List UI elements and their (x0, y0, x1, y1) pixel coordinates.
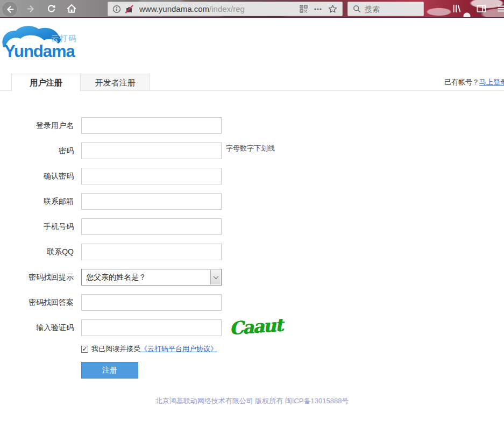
plugin-blocked-icon[interactable] (125, 5, 134, 13)
back-arrow-icon (5, 5, 15, 14)
yundama-logo[interactable]: Yundama 云打码 (1, 25, 95, 61)
email-label: 联系邮箱 (0, 197, 74, 206)
captcha-image[interactable]: Caaut (229, 315, 283, 339)
brand-cn-text: 云打码 (51, 34, 77, 44)
form-row-security-question: 密码找回提示 您父亲的姓名是？ (0, 269, 504, 286)
url-text: www.yundama.com/index/reg (139, 4, 245, 13)
browser-toolbar: www.yundama.com/index/reg (0, 0, 504, 18)
sidebar-toggle-icon[interactable] (475, 3, 487, 15)
qq-input[interactable] (81, 244, 222, 260)
username-input[interactable] (81, 117, 222, 134)
search-input[interactable] (365, 5, 416, 13)
username-label: 登录用户名 (0, 121, 74, 131)
confirm-password-input[interactable] (81, 168, 222, 184)
register-button[interactable]: 注册 (81, 362, 138, 379)
reload-button[interactable] (43, 1, 59, 17)
agreement-text: 我已阅读并接受 (91, 344, 140, 354)
form-row-phone: 手机号码 (0, 218, 504, 235)
form-row-password: 密码 字母数字下划线 (0, 142, 504, 159)
password-label: 密码 (0, 146, 74, 156)
tab-user-register[interactable]: 用户注册 (11, 74, 81, 91)
chevron-down-icon (213, 274, 218, 279)
bookmark-star-icon[interactable] (328, 4, 337, 13)
home-icon (67, 4, 76, 13)
agreement-checkbox[interactable] (81, 346, 88, 353)
agreement-row: 我已阅读并接受 《云打码平台用户协议》 (81, 345, 504, 353)
browser-window: www.yundama.com/index/reg (0, 0, 504, 442)
address-bar[interactable]: www.yundama.com/index/reg (108, 2, 343, 16)
form-row-confirm-password: 确认密码 (0, 168, 504, 184)
have-account-text: 已有帐号？ (444, 78, 479, 86)
security-answer-label: 密码找回答案 (0, 298, 74, 308)
search-icon (353, 5, 361, 13)
captcha-label: 输入验证码 (0, 323, 74, 333)
forward-arrow-icon (26, 4, 36, 13)
form-row-username: 登录用户名 (0, 117, 504, 134)
reload-icon (47, 4, 56, 13)
security-question-label: 密码找回提示 (0, 273, 74, 282)
form-row-email: 联系邮箱 (0, 193, 504, 210)
home-button[interactable] (63, 1, 80, 17)
password-hint-text: 字母数字下划线 (226, 144, 275, 153)
login-area: 已有帐号？马上登录 (444, 77, 504, 87)
hamburger-menu-icon[interactable] (496, 3, 504, 15)
confirm-password-label: 确认密码 (0, 172, 74, 181)
password-input[interactable] (81, 142, 222, 159)
site-info-icon[interactable] (112, 5, 121, 13)
page-actions-menu-icon[interactable] (314, 8, 322, 10)
captcha-input[interactable] (81, 319, 222, 336)
user-agreement-link[interactable]: 《云打码平台用户协议》 (140, 344, 217, 354)
qr-code-icon[interactable] (300, 5, 308, 13)
security-answer-input[interactable] (81, 294, 222, 311)
register-tabbar: 用户注册 开发者注册 已有帐号？马上登录 (0, 74, 504, 91)
back-button[interactable] (2, 1, 18, 17)
phone-input[interactable] (81, 218, 222, 235)
search-bar[interactable] (347, 2, 424, 16)
form-row-qq: 联系QQ (0, 244, 504, 260)
forward-button[interactable] (23, 1, 39, 17)
login-now-link[interactable]: 马上登录 (479, 78, 504, 86)
url-host: www.yundama.com (139, 4, 209, 13)
library-icon[interactable] (451, 3, 463, 15)
email-input[interactable] (81, 193, 222, 210)
select-arrow-button[interactable] (210, 270, 221, 284)
url-path: /index/reg (209, 4, 245, 13)
brand-text: Yundama (4, 42, 75, 61)
security-question-value: 您父亲的姓名是？ (86, 273, 146, 282)
security-question-select[interactable]: 您父亲的姓名是？ (81, 269, 222, 286)
copyright-footer: 北京鸿基联动网络技术有限公司 版权所有 闽ICP备13015888号 (0, 396, 504, 406)
form-row-security-answer: 密码找回答案 (0, 294, 504, 311)
registration-form: 登录用户名 密码 字母数字下划线 确认密码 联系邮箱 手机号码 联系QQ 密码找… (0, 117, 504, 379)
qq-label: 联系QQ (0, 247, 74, 257)
tab-developer-register[interactable]: 开发者注册 (81, 74, 150, 91)
phone-label: 手机号码 (0, 222, 74, 232)
form-row-captcha: 输入验证码 Caaut (0, 319, 504, 336)
